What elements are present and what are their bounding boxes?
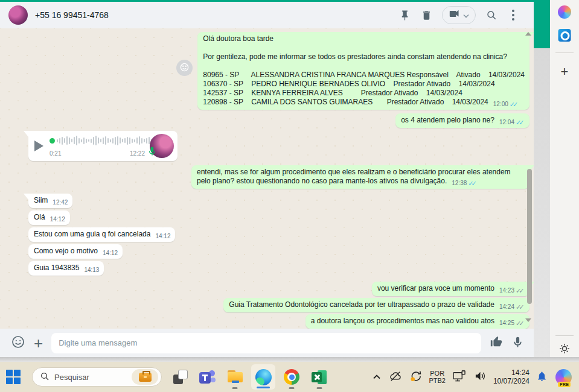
message-list: Olá doutora boa tarde Por gentileza, pod… <box>0 28 534 329</box>
message-bubble-outgoing[interactable]: Olá doutora boa tarde Por gentileza, pod… <box>197 32 529 110</box>
message-text: Estou com uma guia q foi cancelada <box>34 230 150 238</box>
start-button[interactable] <box>3 363 24 391</box>
sidebar-divider <box>555 335 574 336</box>
taskbar-app-excel[interactable] <box>309 363 330 391</box>
voice-message-bubble[interactable]: 0:21 12:22 <box>28 131 178 161</box>
scrollbar-up-arrow[interactable] <box>525 32 531 36</box>
sidebar-divider <box>555 52 574 53</box>
tray-language-indicator[interactable]: POR PTB2 <box>429 370 446 384</box>
message-bubble-incoming[interactable]: Como vejo o motivo14:12 <box>28 244 123 259</box>
thumbs-up-icon <box>490 335 503 350</box>
taskbar-app-edge-active[interactable] <box>251 364 275 390</box>
task-view-button[interactable] <box>170 363 191 391</box>
teams-icon <box>199 369 216 385</box>
video-camera-icon <box>449 10 460 21</box>
copilot-icon: PRE <box>555 369 572 385</box>
windows-taskbar: Pesquisar <box>0 362 579 392</box>
briefcase-icon <box>139 373 152 382</box>
message-bubble-incoming[interactable]: Siim12:42 <box>28 194 72 208</box>
message-text: Olá doutora boa tarde Por gentileza, pod… <box>203 34 525 106</box>
tray-time: 14:24 <box>493 368 529 377</box>
tray-clock[interactable]: 14:24 10/07/2024 <box>493 368 529 385</box>
kebab-menu-icon <box>512 10 514 21</box>
message-bubble-incoming[interactable]: Estou com uma guia q foi cancelada14:12 <box>28 227 175 242</box>
message-bubble-outgoing[interactable]: Guia Tratamento Odontológico cancelada p… <box>223 298 529 312</box>
delivered-ticks-icon: ✓✓ <box>516 320 525 326</box>
scrollbar-down-arrow[interactable] <box>525 318 531 322</box>
attach-button[interactable]: + <box>34 337 43 349</box>
thumbs-up-button[interactable] <box>490 335 503 350</box>
search-in-chat-button[interactable] <box>483 7 500 24</box>
message-time: 12:00 <box>493 100 508 109</box>
message-bubble-outgoing[interactable]: entendi, mas se for algum procedimento q… <box>191 165 529 189</box>
outlook-icon <box>558 29 571 42</box>
window-edge-accent <box>534 0 550 48</box>
tray-show-hidden-button[interactable] <box>371 371 382 383</box>
message-text: a doutora lançou os procedimentos mas na… <box>311 317 494 325</box>
search-icon <box>40 371 50 383</box>
smiley-react-icon <box>179 62 190 74</box>
search-highlight-chip[interactable] <box>132 369 158 385</box>
message-text: Guia 1943835 <box>34 264 79 272</box>
read-ticks-icon: ✓✓ <box>468 180 477 186</box>
react-button[interactable] <box>176 60 193 76</box>
chat-header: +55 16 99451-4768 <box>0 2 534 28</box>
scrollbar-thumb[interactable] <box>527 169 532 304</box>
delete-chat-button[interactable] <box>418 7 435 24</box>
search-icon <box>486 10 497 21</box>
copilot-sidebar-button[interactable] <box>558 5 571 19</box>
file-explorer-icon <box>227 370 243 384</box>
message-time: 14:24 <box>499 302 514 311</box>
menu-button[interactable] <box>505 7 522 24</box>
message-time: 14:12 <box>103 248 118 258</box>
message-time: 14:25 <box>499 318 514 327</box>
task-view-icon <box>173 369 188 385</box>
ethernet-network-icon <box>452 370 466 384</box>
message-text: Guia Tratamento Odontológico cancelada p… <box>229 300 494 309</box>
sidebar-settings-button[interactable] <box>558 343 571 356</box>
delivered-ticks-icon: ✓✓ <box>516 304 525 310</box>
whatsapp-accent-line <box>0 0 550 2</box>
taskbar-search[interactable]: Pesquisar <box>32 367 162 387</box>
chevron-down-icon <box>463 10 469 21</box>
message-input[interactable] <box>51 333 481 353</box>
voice-duration: 0:21 <box>50 149 61 158</box>
sync-update-icon <box>409 370 422 384</box>
tray-volume-button[interactable] <box>473 369 488 385</box>
tray-onedrive-button[interactable] <box>388 368 403 385</box>
window-edge-band <box>534 0 550 357</box>
edge-sidebar: + <box>550 0 579 357</box>
tray-copilot-button[interactable]: PRE <box>554 368 573 387</box>
copilot-pre-badge: PRE <box>558 382 571 387</box>
play-button[interactable] <box>34 141 43 151</box>
message-time: 14:12 <box>155 232 170 241</box>
microphone-icon <box>511 336 524 350</box>
contact-phone-title[interactable]: +55 16 99451-4768 <box>35 10 109 20</box>
add-sidebar-app-button[interactable]: + <box>561 64 569 80</box>
taskbar-app-explorer[interactable] <box>225 363 245 391</box>
tray-date: 10/07/2024 <box>493 377 529 385</box>
emoji-button[interactable] <box>11 335 25 351</box>
message-bubble-incoming[interactable]: Guia 194383514:13 <box>28 261 104 276</box>
tray-network-button[interactable] <box>451 368 467 385</box>
message-bubble-outgoing[interactable]: os 4 atendem pelo plano ne?12:04✓✓ <box>395 113 529 128</box>
message-time: 12:38 <box>452 179 467 188</box>
video-call-button[interactable] <box>442 6 476 24</box>
message-bubble-incoming[interactable]: Olá14:12 <box>28 210 70 225</box>
voice-record-button[interactable] <box>511 336 524 350</box>
voice-waveform[interactable] <box>50 134 145 147</box>
message-text: Siim <box>34 196 48 204</box>
pin-button[interactable] <box>396 7 413 24</box>
tray-sync-button[interactable] <box>408 368 423 385</box>
composer-bar: + <box>0 329 534 357</box>
tray-notifications-button[interactable] <box>535 369 549 385</box>
speaker-icon <box>474 370 487 384</box>
message-bubble-outgoing[interactable]: a doutora lançou os procedimentos mas na… <box>305 314 529 329</box>
taskbar-app-chrome[interactable] <box>281 363 302 391</box>
contact-avatar[interactable] <box>8 5 28 25</box>
taskbar-app-teams[interactable] <box>197 363 217 391</box>
message-bubble-outgoing[interactable]: vou verificar para voce um momento14:23✓… <box>372 282 529 296</box>
voice-sender-avatar <box>150 134 174 158</box>
outlook-sidebar-button[interactable] <box>558 29 571 42</box>
message-text: Como vejo o motivo <box>34 247 98 255</box>
